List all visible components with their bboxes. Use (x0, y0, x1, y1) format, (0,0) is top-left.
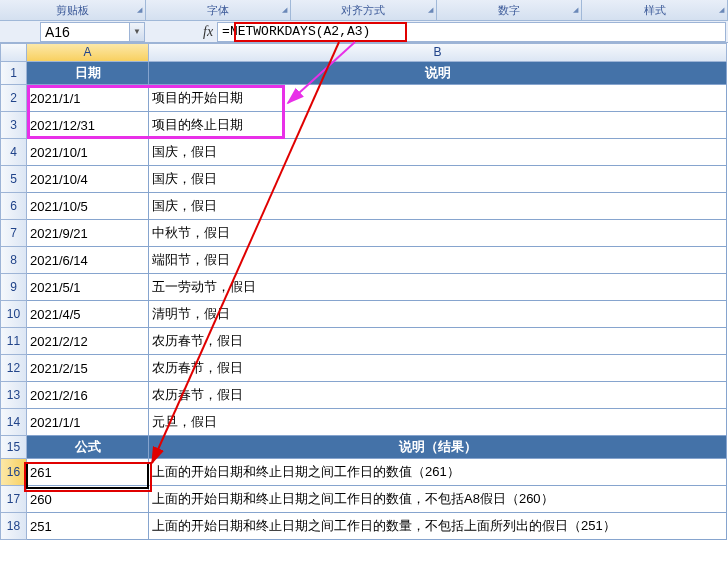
row-header-18[interactable]: 18 (0, 513, 27, 540)
row-5: 5 2021/10/4 国庆，假日 (0, 166, 728, 193)
row-2: 2 2021/1/1 项目的开始日期 (0, 85, 728, 112)
row-13: 13 2021/2/16 农历春节，假日 (0, 382, 728, 409)
cell-a10[interactable]: 2021/4/5 (27, 301, 149, 328)
cell-b8[interactable]: 端阳节，假日 (149, 247, 727, 274)
cell-b5[interactable]: 国庆，假日 (149, 166, 727, 193)
row-header-9[interactable]: 9 (0, 274, 27, 301)
ribbon-group-number[interactable]: 数字 (437, 0, 583, 20)
row-1: 1 日期 说明 (0, 62, 728, 85)
cell-b12[interactable]: 农历春节，假日 (149, 355, 727, 382)
row-4: 4 2021/10/1 国庆，假日 (0, 139, 728, 166)
cell-b11[interactable]: 农历春节，假日 (149, 328, 727, 355)
cell-b15[interactable]: 说明（结果） (149, 436, 727, 459)
row-3: 3 2021/12/31 项目的终止日期 (0, 112, 728, 139)
ribbon-group-clipboard[interactable]: 剪贴板 (0, 0, 146, 20)
row-header-2[interactable]: 2 (0, 85, 27, 112)
cell-b18[interactable]: 上面的开始日期和终止日期之间工作日的数量，不包括上面所列出的假日（251） (149, 513, 727, 540)
row-14: 14 2021/1/1 元旦，假日 (0, 409, 728, 436)
row-header-17[interactable]: 17 (0, 486, 27, 513)
cell-b14[interactable]: 元旦，假日 (149, 409, 727, 436)
formula-bar-row: A16 ▼ fx =NETWORKDAYS(A2,A3) (0, 21, 728, 43)
row-header-6[interactable]: 6 (0, 193, 27, 220)
cell-a4[interactable]: 2021/10/1 (27, 139, 149, 166)
ribbon-group-font[interactable]: 字体 (146, 0, 292, 20)
cell-a1[interactable]: 日期 (27, 62, 149, 85)
cell-a6[interactable]: 2021/10/5 (27, 193, 149, 220)
cell-a12[interactable]: 2021/2/15 (27, 355, 149, 382)
cell-b9[interactable]: 五一劳动节，假日 (149, 274, 727, 301)
cell-b1[interactable]: 说明 (149, 62, 727, 85)
cell-a3[interactable]: 2021/12/31 (27, 112, 149, 139)
col-header-b[interactable]: B (149, 43, 727, 62)
cell-a8[interactable]: 2021/6/14 (27, 247, 149, 274)
row-7: 7 2021/9/21 中秋节，假日 (0, 220, 728, 247)
cell-b6[interactable]: 国庆，假日 (149, 193, 727, 220)
cell-a13[interactable]: 2021/2/16 (27, 382, 149, 409)
row-9: 9 2021/5/1 五一劳动节，假日 (0, 274, 728, 301)
cell-b3[interactable]: 项目的终止日期 (149, 112, 727, 139)
row-header-1[interactable]: 1 (0, 62, 27, 85)
row-header-13[interactable]: 13 (0, 382, 27, 409)
cell-a17[interactable]: 260 (27, 486, 149, 513)
cell-b2[interactable]: 项目的开始日期 (149, 85, 727, 112)
row-header-8[interactable]: 8 (0, 247, 27, 274)
row-header-3[interactable]: 3 (0, 112, 27, 139)
col-header-a[interactable]: A (27, 43, 149, 62)
cell-a9[interactable]: 2021/5/1 (27, 274, 149, 301)
cell-b10[interactable]: 清明节，假日 (149, 301, 727, 328)
cell-a14[interactable]: 2021/1/1 (27, 409, 149, 436)
row-header-12[interactable]: 12 (0, 355, 27, 382)
row-header-11[interactable]: 11 (0, 328, 27, 355)
row-header-14[interactable]: 14 (0, 409, 27, 436)
column-headers: A B (0, 43, 728, 62)
cell-a7[interactable]: 2021/9/21 (27, 220, 149, 247)
cell-a11[interactable]: 2021/2/12 (27, 328, 149, 355)
ribbon-group-align[interactable]: 对齐方式 (291, 0, 437, 20)
cell-b4[interactable]: 国庆，假日 (149, 139, 727, 166)
ribbon-group-style[interactable]: 样式 (582, 0, 728, 20)
row-17: 17 260 上面的开始日期和终止日期之间工作日的数值，不包括A8假日（260） (0, 486, 728, 513)
row-10: 10 2021/4/5 清明节，假日 (0, 301, 728, 328)
worksheet: A B 1 日期 说明 2 2021/1/1 项目的开始日期 3 2021/12… (0, 43, 728, 540)
row-header-4[interactable]: 4 (0, 139, 27, 166)
cell-b17[interactable]: 上面的开始日期和终止日期之间工作日的数值，不包括A8假日（260） (149, 486, 727, 513)
select-all-corner[interactable] (0, 43, 27, 62)
row-15: 15 公式 说明（结果） (0, 436, 728, 459)
row-6: 6 2021/10/5 国庆，假日 (0, 193, 728, 220)
formula-bar-input[interactable]: =NETWORKDAYS(A2,A3) (217, 22, 726, 42)
row-header-16[interactable]: 16 (0, 459, 27, 486)
cell-a16[interactable]: 261 (27, 459, 149, 486)
row-12: 12 2021/2/15 农历春节，假日 (0, 355, 728, 382)
ribbon-groups: 剪贴板 字体 对齐方式 数字 样式 (0, 0, 728, 21)
row-8: 8 2021/6/14 端阳节，假日 (0, 247, 728, 274)
cell-a18[interactable]: 251 (27, 513, 149, 540)
cell-a2[interactable]: 2021/1/1 (27, 85, 149, 112)
fx-icon[interactable]: fx (203, 24, 213, 40)
cell-b7[interactable]: 中秋节，假日 (149, 220, 727, 247)
row-header-10[interactable]: 10 (0, 301, 27, 328)
row-18: 18 251 上面的开始日期和终止日期之间工作日的数量，不包括上面所列出的假日（… (0, 513, 728, 540)
row-16: 16 261 上面的开始日期和终止日期之间工作日的数值（261） (0, 459, 728, 486)
row-header-15[interactable]: 15 (0, 436, 27, 459)
cell-b13[interactable]: 农历春节，假日 (149, 382, 727, 409)
cell-b16[interactable]: 上面的开始日期和终止日期之间工作日的数值（261） (149, 459, 727, 486)
row-header-5[interactable]: 5 (0, 166, 27, 193)
name-box[interactable]: A16 (40, 22, 130, 42)
cell-a15[interactable]: 公式 (27, 436, 149, 459)
name-box-dropdown[interactable]: ▼ (130, 22, 145, 42)
row-header-7[interactable]: 7 (0, 220, 27, 247)
row-11: 11 2021/2/12 农历春节，假日 (0, 328, 728, 355)
cell-a5[interactable]: 2021/10/4 (27, 166, 149, 193)
